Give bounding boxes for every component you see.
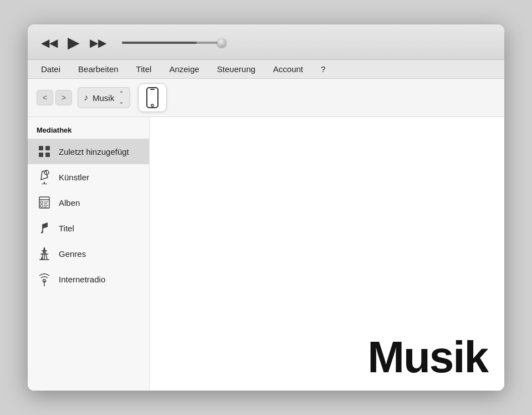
sidebar: Mediathek Zuletzt hinzugefügt <box>28 117 150 391</box>
menu-steuerung[interactable]: Steuerung <box>215 63 258 75</box>
chevron-icon: ⌃⌄ <box>119 90 124 105</box>
svg-rect-1 <box>150 89 155 90</box>
menu-anzeige[interactable]: Anzeige <box>167 63 201 75</box>
play-icon: ▶ <box>68 33 80 52</box>
menu-help[interactable]: ? <box>319 63 328 75</box>
phone-icon <box>146 87 159 108</box>
volume-fill <box>122 42 197 44</box>
volume-slider[interactable] <box>122 42 244 44</box>
sidebar-label-alben: Alben <box>59 198 80 208</box>
forward-nav-button[interactable]: > <box>55 90 72 105</box>
back-icon: < <box>43 93 47 102</box>
back-button[interactable]: < <box>37 90 53 105</box>
navbar: < > ♪ Musik ⌃⌄ <box>28 79 504 117</box>
mic-icon <box>37 169 52 185</box>
sidebar-item-kuenstler[interactable]: Künstler <box>28 164 149 190</box>
source-selector[interactable]: ♪ Musik ⌃⌄ <box>78 87 130 108</box>
genres-icon: A <box>37 246 52 261</box>
album-icon <box>37 195 52 210</box>
forward-nav-icon: > <box>62 93 66 102</box>
source-label: Musik <box>93 93 114 103</box>
toolbar: ◀◀ ▶ ▶▶ <box>28 24 504 60</box>
menubar: Datei Bearbeiten Titel Anzeige Steuerung… <box>28 60 504 79</box>
menu-account[interactable]: Account <box>271 63 305 75</box>
svg-text:A: A <box>40 256 44 261</box>
sidebar-item-genres[interactable]: A Genres <box>28 241 149 266</box>
svg-rect-6 <box>45 153 50 157</box>
forward-button[interactable]: ▶▶ <box>88 35 109 50</box>
menu-bearbeiten[interactable]: Bearbeiten <box>76 63 121 75</box>
menu-datei[interactable]: Datei <box>39 63 63 75</box>
sidebar-item-zuletzt[interactable]: Zuletzt hinzugefügt <box>28 139 149 164</box>
svg-rect-3 <box>39 146 43 150</box>
forward-icon: ▶▶ <box>90 36 106 49</box>
content-area: Mediathek Zuletzt hinzugefügt <box>28 117 504 391</box>
sidebar-item-internetradio[interactable]: Internetradio <box>28 266 149 292</box>
note-icon <box>37 220 52 236</box>
sidebar-label-kuenstler: Künstler <box>59 173 89 182</box>
svg-rect-10 <box>39 197 49 208</box>
menu-titel[interactable]: Titel <box>134 63 154 75</box>
big-title: Musik <box>367 335 488 379</box>
nav-arrows: < > <box>37 90 72 105</box>
radio-icon <box>37 271 52 287</box>
sidebar-label-internetradio: Internetradio <box>59 275 105 284</box>
grid-icon <box>37 144 52 159</box>
sidebar-section-mediathek: Mediathek <box>28 123 149 139</box>
rewind-icon: ◀◀ <box>41 36 58 49</box>
main-content: Musik <box>150 117 504 391</box>
sidebar-item-alben[interactable]: Alben <box>28 190 149 215</box>
sidebar-label-zuletzt: Zuletzt hinzugefügt <box>59 147 129 156</box>
svg-rect-15 <box>40 205 43 207</box>
svg-point-2 <box>151 104 154 107</box>
sidebar-label-titel: Titel <box>59 224 74 233</box>
svg-rect-4 <box>45 146 50 150</box>
sidebar-label-genres: Genres <box>59 249 86 259</box>
device-button[interactable] <box>138 83 167 112</box>
svg-rect-5 <box>39 153 43 157</box>
music-note-icon: ♪ <box>84 93 88 103</box>
svg-rect-12 <box>40 201 43 204</box>
volume-track <box>122 42 222 44</box>
play-button[interactable]: ▶ <box>65 32 82 53</box>
volume-knob <box>217 38 226 47</box>
app-window: ◀◀ ▶ ▶▶ Datei Bearbeiten Titel Anzeige S… <box>28 24 504 391</box>
playback-controls: ◀◀ ▶ ▶▶ <box>39 32 109 53</box>
rewind-button[interactable]: ◀◀ <box>39 35 60 50</box>
sidebar-item-titel[interactable]: Titel <box>28 215 149 241</box>
